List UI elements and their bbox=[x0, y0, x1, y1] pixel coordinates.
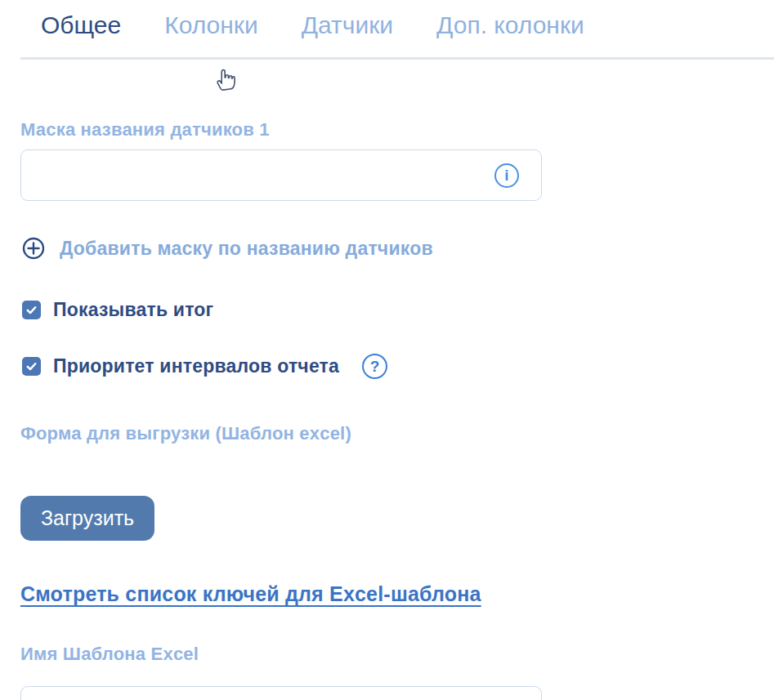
show-total-checkbox-row[interactable]: Показывать итог bbox=[22, 299, 213, 321]
template-name-input[interactable] bbox=[20, 686, 542, 700]
interval-priority-label: Приоритет интервалов отчета bbox=[53, 355, 339, 377]
tab-extra-columns[interactable]: Доп. колонки bbox=[436, 11, 584, 39]
checkbox-checked-icon[interactable] bbox=[22, 301, 41, 319]
checkbox-checked-icon[interactable] bbox=[22, 357, 41, 376]
settings-panel: Общее Колонки Датчики Доп. колонки Маска… bbox=[0, 0, 774, 700]
info-icon[interactable]: i bbox=[494, 163, 519, 188]
excel-keys-link[interactable]: Смотреть список ключей для Excel-шаблона bbox=[20, 582, 481, 606]
mask-field-label: Маска названия датчиков 1 bbox=[20, 119, 270, 140]
template-name-label: Имя Шаблона Excel bbox=[20, 644, 199, 665]
tab-bar-divider bbox=[20, 57, 774, 60]
show-total-label: Показывать итог bbox=[53, 299, 213, 321]
add-mask-label: Добавить маску по названию датчиков bbox=[60, 238, 433, 260]
tab-bar: Общее Колонки Датчики Доп. колонки bbox=[41, 11, 584, 39]
mask-input[interactable] bbox=[20, 149, 542, 201]
question-icon[interactable]: ? bbox=[362, 354, 387, 379]
tab-general[interactable]: Общее bbox=[41, 11, 121, 39]
interval-priority-checkbox-row[interactable]: Приоритет интервалов отчета ? bbox=[22, 354, 387, 379]
mask-field-wrap: i bbox=[20, 149, 542, 201]
template-name-wrap bbox=[20, 686, 542, 700]
tab-columns[interactable]: Колонки bbox=[164, 11, 257, 39]
upload-button[interactable]: Загрузить bbox=[20, 496, 154, 541]
hand-pointer-cursor-icon bbox=[214, 65, 239, 95]
excel-form-label: Форма для выгрузки (Шаблон excel) bbox=[20, 423, 351, 444]
tab-sensors[interactable]: Датчики bbox=[302, 11, 393, 39]
plus-circle-icon bbox=[22, 237, 45, 260]
add-mask-button[interactable]: Добавить маску по названию датчиков bbox=[22, 237, 433, 260]
